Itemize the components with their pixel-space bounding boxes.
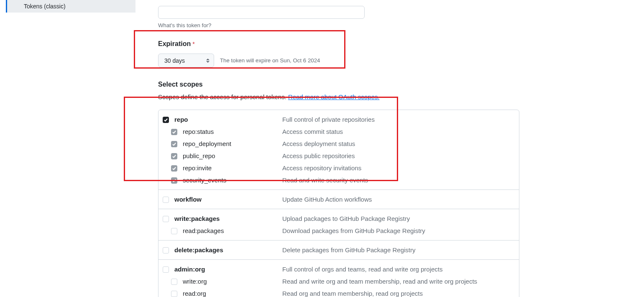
expiration-row: 30 days The token will expire on Sun, Oc…: [158, 54, 520, 67]
scope-row: security_eventsRead and write security e…: [158, 174, 519, 189]
scope-checkbox[interactable]: [171, 129, 177, 135]
scope-name: read:org: [183, 290, 282, 297]
scope-checkbox[interactable]: [163, 266, 169, 273]
scopes-description: Scopes define the access for personal to…: [158, 93, 520, 100]
scope-name: read:packages: [183, 227, 282, 234]
scope-row: read:orgRead org and team membership, re…: [158, 287, 519, 297]
main-content: What's this token for? Expiration* 30 da…: [158, 0, 520, 297]
scope-checkbox[interactable]: [171, 291, 177, 297]
scope-group-repo: repoFull control of private repositories…: [158, 110, 519, 189]
scope-row: admin:orgFull control of orgs and teams,…: [158, 260, 519, 275]
scopes-label: Select scopes: [158, 81, 520, 88]
scope-checkbox[interactable]: [171, 228, 177, 234]
scope-checkbox[interactable]: [171, 153, 177, 159]
scope-checkbox[interactable]: [171, 177, 177, 184]
expiration-note: The token will expire on Sun, Oct 6 2024: [220, 57, 320, 64]
scope-name: workflow: [174, 196, 282, 203]
scope-description: Read and write org and team membership, …: [282, 278, 519, 285]
scope-description: Update GitHub Action workflows: [282, 196, 519, 203]
token-note-input[interactable]: [158, 6, 365, 19]
scope-description: Delete packages from GitHub Package Regi…: [282, 246, 519, 253]
scope-group-delete-packages: delete:packagesDelete packages from GitH…: [158, 240, 519, 259]
scope-row: public_repoAccess public repositories: [158, 150, 519, 162]
expiration-select-value: 30 days: [164, 57, 185, 64]
scope-name: repo:invite: [183, 164, 282, 172]
scope-group-admin-org: admin:orgFull control of orgs and teams,…: [158, 259, 519, 297]
scope-name: security_events: [183, 177, 282, 184]
scope-description: Full control of orgs and teams, read and…: [282, 266, 519, 273]
sidebar-item-label: Tokens (classic): [24, 3, 66, 10]
required-star: *: [192, 41, 194, 47]
scope-description: Read and write security events: [282, 177, 519, 184]
scope-description: Download packages from GitHub Package Re…: [282, 227, 519, 234]
scope-group-workflow: workflowUpdate GitHub Action workflows: [158, 189, 519, 209]
scopes-section: Select scopes Scopes define the access f…: [158, 81, 520, 297]
scope-row: repoFull control of private repositories: [158, 110, 519, 125]
scope-row: read:packagesDownload packages from GitH…: [158, 225, 519, 240]
expiration-label: Expiration: [158, 40, 191, 47]
scope-name: admin:org: [174, 266, 282, 273]
scope-description: Access commit status: [282, 128, 519, 135]
scope-name: repo: [174, 116, 282, 123]
scopes-table: repoFull control of private repositories…: [158, 110, 519, 297]
scope-group-write-packages: write:packagesUpload packages to GitHub …: [158, 209, 519, 240]
scope-description: Access deployment status: [282, 140, 519, 147]
scope-row: workflowUpdate GitHub Action workflows: [158, 190, 519, 209]
scope-description: Full control of private repositories: [282, 116, 519, 123]
scope-row: repo:inviteAccess repository invitations: [158, 162, 519, 174]
scope-name: write:packages: [174, 215, 282, 222]
expiration-select[interactable]: 30 days: [158, 54, 214, 67]
scope-checkbox[interactable]: [163, 197, 169, 203]
scope-description: Upload packages to GitHub Package Regist…: [282, 215, 519, 222]
sidebar: Tokens (classic): [6, 0, 135, 13]
scope-checkbox[interactable]: [171, 165, 177, 172]
scope-checkbox[interactable]: [163, 117, 169, 123]
scope-description: Read org and team membership, read org p…: [282, 290, 519, 297]
expiration-label-row: Expiration*: [158, 40, 520, 48]
scopes-desc-link[interactable]: Read more about OAuth scopes.: [288, 93, 379, 100]
scope-row: repo:statusAccess commit status: [158, 125, 519, 138]
scope-row: write:orgRead and write org and team mem…: [158, 275, 519, 287]
scope-name: repo:status: [183, 128, 282, 135]
scope-name: delete:packages: [174, 246, 282, 253]
scope-description: Access public repositories: [282, 152, 519, 159]
scope-name: repo_deployment: [183, 140, 282, 147]
scope-checkbox[interactable]: [171, 141, 177, 147]
scope-row: delete:packagesDelete packages from GitH…: [158, 241, 519, 259]
scope-row: repo_deploymentAccess deployment status: [158, 138, 519, 150]
token-note-hint: What's this token for?: [158, 22, 520, 28]
scope-checkbox[interactable]: [171, 279, 177, 285]
select-caret-icon: [206, 59, 210, 63]
scope-description: Access repository invitations: [282, 164, 519, 172]
scope-checkbox[interactable]: [163, 216, 169, 222]
scopes-desc-text: Scopes define the access for personal to…: [158, 93, 288, 100]
scope-name: write:org: [183, 278, 282, 285]
scope-checkbox[interactable]: [163, 247, 169, 253]
scope-row: write:packagesUpload packages to GitHub …: [158, 209, 519, 225]
sidebar-item-tokens-classic[interactable]: Tokens (classic): [6, 0, 135, 13]
expiration-section: Expiration* 30 days The token will expir…: [158, 40, 520, 67]
scope-name: public_repo: [183, 152, 282, 159]
